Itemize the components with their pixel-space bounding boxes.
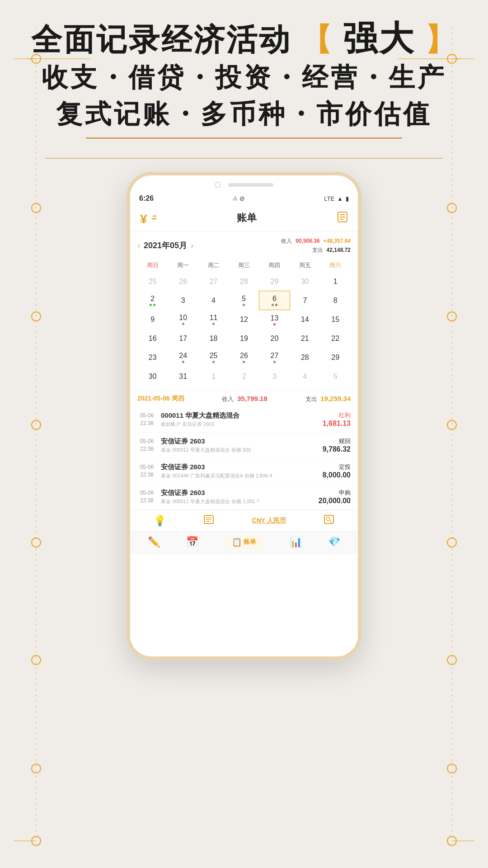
cal-weekday-周二: 周二: [198, 259, 229, 272]
cal-day[interactable]: 2: [137, 291, 168, 310]
trans-amount: 1,681.13: [323, 420, 351, 428]
cal-day[interactable]: 29: [320, 348, 351, 367]
calendar-nav: ‹ 2021年05月 › 收入 90,506.36 +48,357.64 支出 …: [137, 236, 351, 255]
cal-day[interactable]: 7: [290, 291, 320, 310]
income-value: 90,506.36: [296, 236, 319, 245]
date-income-section: 收入 35,799.18: [222, 395, 267, 403]
svg-point-37: [326, 517, 330, 521]
trans-body: 安信证券 2603 基金 000011 华夏大盘精选混合 份额 500: [161, 437, 318, 453]
calendar-grid: 周日周一周二周三周四周五周六 2526272829301234567891011…: [137, 259, 351, 386]
nav-item-3[interactable]: 📊: [290, 536, 302, 548]
cal-day[interactable]: 26: [229, 348, 259, 367]
bottom-toolbar: 💡 CNY 人民币: [130, 510, 358, 531]
cal-day[interactable]: 30: [137, 367, 168, 386]
underline-decoration: [86, 137, 402, 139]
current-month: 2021年05月: [144, 240, 187, 251]
nav-label: 账单: [244, 538, 256, 546]
transaction-item[interactable]: 05-06 22:38 安信证券 2603 基金 000011 华夏大盘精选混合…: [137, 433, 351, 458]
cal-day[interactable]: 25: [137, 272, 168, 291]
toolbar-light[interactable]: 💡: [154, 515, 166, 527]
cal-day[interactable]: 11: [198, 310, 229, 329]
cal-weekday-周一: 周一: [168, 259, 198, 272]
cal-day[interactable]: 27: [259, 348, 290, 367]
calendar-summary: 收入 90,506.36 +48,357.64 支出 42,148.72: [281, 236, 351, 255]
cal-day[interactable]: 14: [290, 310, 320, 329]
phone-notch: [130, 175, 358, 192]
trans-body: 安信证券 2603 基金 002446 广发利鑫灵活配置混合A 份额 2,806…: [161, 463, 318, 479]
trans-time: 05-06 22:38: [137, 412, 156, 427]
cal-day[interactable]: 12: [229, 310, 259, 329]
cal-day[interactable]: 30: [290, 272, 320, 291]
cal-day[interactable]: 22: [320, 329, 351, 348]
cal-day[interactable]: 9: [137, 310, 168, 329]
cal-day[interactable]: 26: [168, 272, 198, 291]
bottom-nav: ✏️📅 📋 账单 📊💎: [130, 531, 358, 554]
cal-day[interactable]: 19: [229, 329, 259, 348]
cal-day[interactable]: 3: [168, 291, 198, 310]
cal-day[interactable]: 10: [168, 310, 198, 329]
nav-item-4[interactable]: 💎: [328, 536, 340, 548]
cal-day[interactable]: 31: [168, 367, 198, 386]
cal-day[interactable]: 16: [137, 329, 168, 348]
svg-rect-36: [324, 515, 333, 524]
app-header: ¥ 账单: [130, 205, 358, 232]
cal-day[interactable]: 1: [320, 272, 351, 291]
trans-right: 申购 20,000.00: [319, 489, 351, 505]
trans-type: 定投: [323, 463, 351, 471]
cal-day[interactable]: 13: [259, 310, 290, 329]
toolbar-search[interactable]: [324, 514, 334, 528]
svg-line-38: [329, 520, 332, 523]
warning-icon: ⚠: [233, 195, 238, 202]
transaction-item[interactable]: 05-06 22:38 安信证券 2603 基金 000011 华夏大盘精选混合…: [137, 484, 351, 510]
cal-day[interactable]: 18: [198, 329, 229, 348]
edit-icon[interactable]: [336, 210, 349, 226]
header-line1: 全面记录经济活动 【 强大 】: [0, 18, 488, 59]
cal-day[interactable]: 27: [198, 272, 229, 291]
trans-right: 赎回 9,786.32: [323, 437, 351, 453]
cal-day[interactable]: 15: [320, 310, 351, 329]
transaction-item[interactable]: 05-06 22:38 000011 华夏大盘精选混合 收款帐户 安信证券 26…: [137, 407, 351, 433]
date-expense-section: 支出 19,259.34: [305, 395, 351, 403]
cal-day[interactable]: 23: [137, 348, 168, 367]
transaction-item[interactable]: 05-06 22:38 安信证券 2603 基金 002446 广发利鑫灵活配置…: [137, 458, 351, 484]
cal-day[interactable]: 3: [259, 367, 290, 386]
next-month-arrow[interactable]: ›: [191, 241, 193, 250]
cal-day[interactable]: 4: [290, 367, 320, 386]
nav-icon: 📅: [186, 536, 198, 548]
svg-point-19: [447, 764, 456, 773]
bracket-left: 【: [301, 23, 333, 57]
trans-type: 赎回: [323, 437, 351, 445]
cal-day[interactable]: 5: [320, 367, 351, 386]
cal-day[interactable]: 17: [168, 329, 198, 348]
cal-day[interactable]: 2: [229, 367, 259, 386]
app-logo: ¥: [139, 209, 157, 227]
cal-day[interactable]: 1: [198, 367, 229, 386]
calendar-section: ‹ 2021年05月 › 收入 90,506.36 +48,357.64 支出 …: [130, 232, 358, 391]
nav-icon: 📋: [232, 537, 242, 547]
cal-day[interactable]: 29: [259, 272, 290, 291]
prev-month-arrow[interactable]: ‹: [137, 241, 140, 250]
cal-day[interactable]: 25: [198, 348, 229, 367]
cal-day[interactable]: 24: [168, 348, 198, 367]
dnd-icon: ⊘: [239, 195, 245, 202]
trans-subtitle: 收款帐户 安信证券 2603: [161, 421, 318, 428]
date-expense-label: 支出: [305, 396, 317, 402]
cal-day[interactable]: 5: [229, 291, 259, 310]
cal-day[interactable]: 20: [259, 329, 290, 348]
svg-point-11: [32, 764, 41, 773]
svg-point-7: [32, 312, 41, 321]
svg-point-12: [32, 836, 41, 845]
cal-day[interactable]: 28: [229, 272, 259, 291]
trans-amount: 20,000.00: [319, 497, 351, 505]
cal-day[interactable]: 4: [198, 291, 229, 310]
nav-item-2[interactable]: 📋 账单: [225, 535, 263, 549]
nav-item-0[interactable]: ✏️: [148, 536, 160, 548]
cal-day[interactable]: 8: [320, 291, 351, 310]
nav-item-1[interactable]: 📅: [186, 536, 198, 548]
toolbar-list[interactable]: [203, 514, 214, 528]
cal-day[interactable]: 6: [259, 291, 290, 310]
cal-day[interactable]: 28: [290, 348, 320, 367]
cal-day[interactable]: 21: [290, 329, 320, 348]
nav-icon: 💎: [328, 536, 340, 548]
currency-label[interactable]: CNY 人民币: [252, 517, 286, 525]
